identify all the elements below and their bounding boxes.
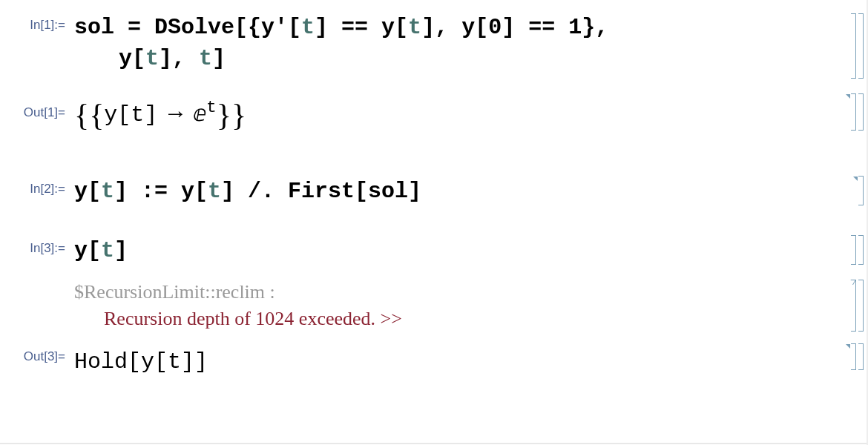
code-text: ] := y[ [114, 179, 208, 204]
arrow-icon: → [157, 99, 193, 126]
code-text: y[ [74, 238, 101, 263]
message-text: Recursion depth of 1024 exceeded. [104, 308, 381, 329]
var-t: t [199, 46, 212, 71]
message-cell: $RecursionLimit::reclim : Recursion dept… [0, 278, 868, 333]
code-text: ], [159, 46, 199, 71]
code-text: ] [114, 238, 128, 263]
cell-bracket-icon[interactable] [851, 343, 864, 370]
code-text: ], y[0] == 1}, [421, 15, 608, 40]
output-cell-3[interactable]: Out[3]= Hold[y[t]] [0, 342, 868, 380]
output-text: Hold[y[t]] [74, 349, 208, 375]
output-text: y[t] [104, 102, 157, 128]
var-t: t [101, 179, 114, 204]
input-cell-3[interactable]: In[3]:= y[t] [0, 232, 868, 269]
code-text: sol = DSolve[{y'[ [74, 15, 301, 40]
code-text: y[ [74, 179, 101, 204]
var-t: t [408, 15, 421, 40]
message-name: $RecursionLimit::reclim : [74, 281, 868, 303]
cell-bracket-icon[interactable] [851, 235, 864, 265]
var-t: t [301, 15, 315, 40]
bottom-divider [0, 443, 868, 444]
exponential-e: ⅇ [193, 101, 206, 125]
var-t: t [101, 238, 114, 263]
message-help-link[interactable]: >> [381, 308, 402, 329]
notebook: In[1]:= sol = DSolve[{y'[t] == y[t], y[0… [0, 0, 868, 387]
cell-label-out3: Out[3]= [0, 345, 74, 364]
cell-label-in3: In[3]:= [0, 235, 74, 256]
var-t: t [208, 179, 221, 204]
cell-label-in1: In[1]:= [0, 12, 74, 33]
cell-label-out1: Out[1]= [0, 95, 74, 120]
cell-label-in2: In[2]:= [0, 176, 74, 197]
code-text: ] /. First[sol] [221, 179, 421, 204]
cell-bracket-icon[interactable] [851, 13, 864, 79]
code-text: y[ [119, 46, 145, 71]
output-cell-1[interactable]: Out[1]= {{y[t] → ⅇt}} [0, 92, 868, 143]
superscript-t: t [206, 98, 216, 117]
var-t: t [145, 46, 159, 71]
brace-close: }} [217, 98, 246, 132]
input-cell-1[interactable]: In[1]:= sol = DSolve[{y'[t] == y[t], y[0… [0, 7, 868, 77]
brace-open: {{ [74, 98, 104, 132]
cell-bracket-icon[interactable] [851, 93, 864, 131]
input-cell-2[interactable]: In[2]:= y[t] := y[t] /. First[sol] [0, 173, 868, 210]
code-text: ] == y[ [315, 15, 408, 40]
code-text: ] [212, 46, 226, 71]
cell-bracket-icon[interactable] [851, 280, 864, 332]
cell-bracket-icon[interactable] [858, 176, 864, 205]
